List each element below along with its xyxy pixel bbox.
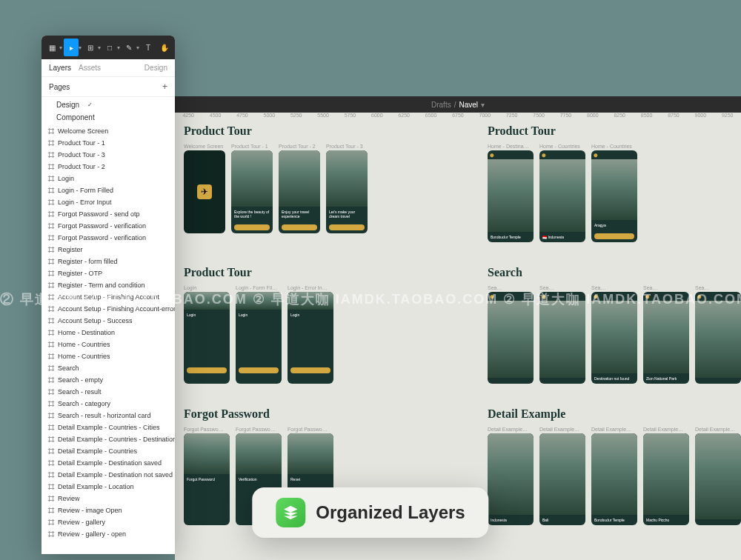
layer-item[interactable]: Register bbox=[41, 244, 175, 256]
breadcrumb-current[interactable]: Navel bbox=[459, 101, 478, 109]
frame-label[interactable]: Product Tour - 2 bbox=[279, 144, 320, 149]
layer-item[interactable]: Login - Form Filled bbox=[41, 184, 175, 196]
phone-frame[interactable]: ⬤Borobudur Temple bbox=[488, 150, 534, 242]
frame-label[interactable]: Welcome Screen bbox=[184, 144, 225, 149]
layer-item[interactable]: Forgot Password - verification bbox=[41, 220, 175, 232]
layer-item[interactable]: Review - image Open bbox=[41, 504, 175, 516]
frame-label[interactable]: Forgot Passwo… bbox=[236, 427, 282, 432]
chevron-down-icon[interactable]: ▾ bbox=[117, 44, 120, 51]
frame-label[interactable]: Login - Error In… bbox=[288, 285, 333, 290]
frame-label[interactable]: Home - Destina… bbox=[488, 144, 534, 149]
layer-item[interactable]: Search - category bbox=[41, 398, 175, 410]
text-tool[interactable]: T bbox=[141, 39, 156, 56]
layer-item[interactable]: Login - Error Input bbox=[41, 196, 175, 208]
frame-label[interactable]: Home - Countries bbox=[539, 144, 585, 149]
phone-frame[interactable]: Forgot Password bbox=[184, 433, 230, 525]
move-tool[interactable]: ▸ bbox=[64, 39, 79, 56]
add-page-icon[interactable]: + bbox=[162, 81, 167, 92]
layer-item[interactable]: Detail Example - Countries - Cities bbox=[41, 421, 175, 433]
layer-item[interactable]: Home - Destination bbox=[41, 327, 175, 339]
frame-label[interactable]: Detail Example… bbox=[643, 427, 689, 432]
phone-frame[interactable]: ⬤Zion National Park bbox=[643, 292, 689, 384]
frame-label[interactable]: Home - Countries bbox=[591, 144, 637, 149]
phone-frame[interactable]: ⬤Aragya bbox=[591, 150, 637, 242]
layer-item[interactable]: Detail Example - Destination not saved bbox=[41, 469, 175, 481]
phone-frame[interactable]: Login bbox=[236, 292, 282, 384]
chevron-down-icon[interactable]: ▾ bbox=[481, 101, 485, 109]
layer-item[interactable]: Login bbox=[41, 173, 175, 184]
layer-item[interactable]: Product Tour - 1 bbox=[41, 137, 175, 149]
layer-item[interactable]: Register - form filled bbox=[41, 256, 175, 267]
phone-frame[interactable]: Borobudur Temple bbox=[591, 433, 637, 525]
layer-item[interactable]: Register - OTP bbox=[41, 267, 175, 279]
layer-item[interactable]: Detail Example - Countries bbox=[41, 445, 175, 457]
chevron-down-icon[interactable]: ▾ bbox=[59, 44, 62, 51]
phone-frame[interactable]: Login bbox=[184, 292, 230, 384]
phone-frame[interactable]: Enjoy your travel experience bbox=[279, 150, 320, 233]
frame-label[interactable]: Sea… bbox=[539, 285, 585, 290]
frame-tool[interactable]: ⊞ bbox=[83, 39, 98, 56]
phone-frame[interactable]: ⬤🇮🇩 Indonesia bbox=[539, 150, 585, 242]
frame-label[interactable]: Product Tour - 3 bbox=[326, 144, 368, 149]
phone-frame[interactable]: ✈ bbox=[184, 150, 225, 233]
phone-frame[interactable]: ⬤ bbox=[488, 292, 534, 384]
design-label[interactable]: Design bbox=[144, 64, 167, 72]
layer-item[interactable]: Forgot Password - send otp bbox=[41, 208, 175, 220]
phone-frame[interactable]: Explore the beauty of the world ! bbox=[231, 150, 273, 233]
phone-frame[interactable]: ⬤ bbox=[695, 292, 741, 384]
breadcrumb-parent[interactable]: Drafts bbox=[431, 101, 451, 109]
layer-item[interactable]: Account Setup - Success bbox=[41, 315, 175, 327]
layer-item[interactable]: Detail Example - Countries - Destination bbox=[41, 433, 175, 445]
layer-item[interactable]: Home - Countries bbox=[41, 350, 175, 362]
layer-item[interactable]: Search - empty bbox=[41, 374, 175, 386]
page-item[interactable]: Design bbox=[41, 99, 175, 111]
layer-item[interactable]: Review - gallery bbox=[41, 516, 175, 528]
phone-frame[interactable]: Login bbox=[288, 292, 333, 384]
chevron-down-icon[interactable]: ▾ bbox=[79, 44, 82, 51]
frame-label[interactable]: Sea… bbox=[488, 285, 534, 290]
layer-item[interactable]: Forgot Password - verification bbox=[41, 232, 175, 244]
layer-item[interactable]: Account Setup - Finishing Account bbox=[41, 291, 175, 303]
frame-label[interactable]: Detail Example… bbox=[539, 427, 585, 432]
layer-item[interactable]: Product Tour - 3 bbox=[41, 149, 175, 161]
frame-label[interactable]: Login bbox=[184, 285, 230, 290]
tab-layers[interactable]: Layers bbox=[49, 64, 71, 72]
phone-frame[interactable]: Bali bbox=[539, 433, 585, 525]
phone-frame[interactable]: Let's make your dream travel bbox=[326, 150, 368, 233]
layer-item[interactable]: Welcome Screen bbox=[41, 125, 175, 137]
frame-label[interactable]: Login - Form Fil… bbox=[236, 285, 282, 290]
layer-item[interactable]: Account Setup - Finishing Account-error bbox=[41, 303, 175, 315]
layer-item[interactable]: Detail Example - Location bbox=[41, 481, 175, 493]
layer-item[interactable]: Review - gallery - open bbox=[41, 528, 175, 540]
layer-item[interactable]: Search bbox=[41, 362, 175, 374]
phone-frame[interactable] bbox=[695, 433, 741, 525]
frame-label[interactable]: Forgot Passwo… bbox=[288, 427, 333, 432]
layer-item[interactable]: Home - Countries bbox=[41, 339, 175, 350]
frame-label[interactable]: Sea… bbox=[591, 285, 637, 290]
frame-label[interactable]: Detail Example… bbox=[695, 427, 741, 432]
menu-icon[interactable]: ▦ bbox=[44, 39, 59, 56]
layer-item[interactable]: Review bbox=[41, 493, 175, 504]
pen-tool[interactable]: ✎ bbox=[122, 39, 136, 56]
layer-item[interactable]: Search - result bbox=[41, 386, 175, 398]
tab-assets[interactable]: Assets bbox=[79, 64, 101, 72]
phone-frame[interactable]: Indonesia bbox=[488, 433, 534, 525]
shape-tool[interactable]: □ bbox=[102, 39, 117, 56]
phone-frame[interactable]: ⬤Destination not found bbox=[591, 292, 637, 384]
frame-label[interactable]: Forgot Passwo… bbox=[184, 427, 230, 432]
phone-frame[interactable]: Machu Picchu bbox=[643, 433, 689, 525]
hand-tool[interactable]: ✋ bbox=[157, 39, 172, 56]
page-item[interactable]: Component bbox=[41, 111, 175, 124]
frame-label[interactable]: Detail Example… bbox=[591, 427, 637, 432]
layer-item[interactable]: Search - result - horizontal card bbox=[41, 410, 175, 421]
layer-item[interactable]: Product Tour - 2 bbox=[41, 161, 175, 173]
frame-label[interactable]: Sea… bbox=[695, 285, 741, 290]
layer-item[interactable]: Detail Example - Destination saved bbox=[41, 457, 175, 469]
frame-label[interactable]: Sea… bbox=[643, 285, 689, 290]
chevron-down-icon[interactable]: ▾ bbox=[136, 44, 139, 51]
chevron-down-icon[interactable]: ▾ bbox=[98, 44, 101, 51]
phone-frame[interactable]: ⬤ bbox=[539, 292, 585, 384]
layer-item[interactable]: Register - Term and condition bbox=[41, 279, 175, 291]
frame-label[interactable]: Detail Example… bbox=[488, 427, 534, 432]
frame-label[interactable]: Product Tour - 1 bbox=[231, 144, 273, 149]
